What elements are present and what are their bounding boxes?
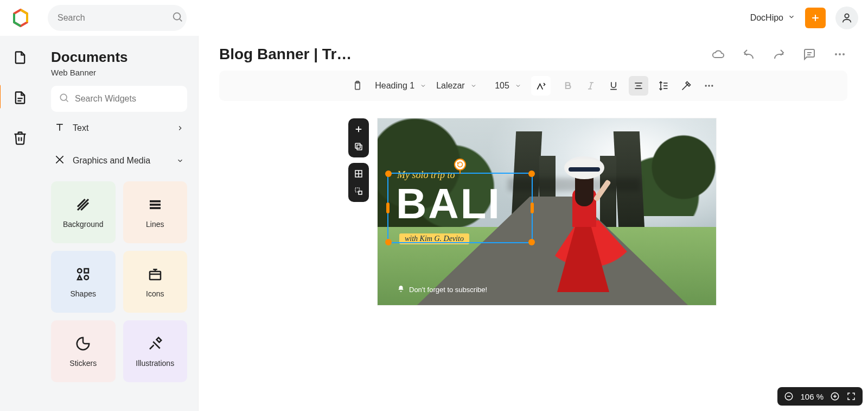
page-tools-add	[348, 118, 369, 157]
global-search-input[interactable]	[58, 13, 166, 23]
comments-button[interactable]	[802, 47, 817, 62]
tile-shapes-label: Shapes	[71, 289, 96, 298]
group-graphics[interactable]: Graphics and Media	[51, 144, 187, 177]
svg-point-0	[174, 13, 181, 20]
resize-handle-tl[interactable]	[385, 170, 392, 177]
svg-point-7	[60, 94, 67, 100]
resize-handle-bl[interactable]	[385, 239, 392, 245]
duplicate-page-button[interactable]	[351, 139, 366, 154]
canvas-subscribe-row[interactable]: Don't forget to subscribe!	[397, 285, 487, 294]
widget-search-input[interactable]	[75, 94, 183, 104]
add-page-button[interactable]	[351, 122, 366, 137]
app-logo[interactable]	[10, 7, 31, 29]
font-select[interactable]: Lalezar	[436, 81, 485, 91]
selection-view-button[interactable]	[351, 184, 366, 199]
svg-point-20	[85, 275, 89, 280]
illustrations-icon	[147, 336, 163, 353]
workspace-switcher[interactable]: DocHipo	[750, 13, 795, 23]
shapes-icon	[75, 266, 91, 284]
create-button[interactable]	[805, 8, 826, 28]
rail-trash[interactable]	[12, 128, 28, 150]
tile-background-label: Background	[63, 220, 104, 229]
zoom-in-button[interactable]	[830, 391, 840, 401]
icons-icon	[147, 266, 163, 284]
svg-line-1	[180, 19, 182, 21]
search-icon	[59, 92, 69, 105]
chevron-right-icon	[176, 124, 184, 132]
zoom-value: 106 %	[800, 392, 824, 401]
heading-value: Heading 1	[375, 81, 414, 91]
resize-handle-tr[interactable]	[528, 170, 535, 177]
svg-point-39	[705, 85, 706, 86]
heading-select[interactable]: Heading 1	[375, 81, 426, 91]
document-title[interactable]: Blog Banner | Tr…	[219, 46, 352, 63]
svg-point-4	[845, 14, 848, 18]
tile-background[interactable]: Background	[51, 181, 116, 243]
font-value: Lalezar	[436, 81, 464, 91]
more-text-options[interactable]	[701, 78, 717, 93]
italic-button[interactable]	[583, 78, 598, 93]
lines-icon	[147, 197, 163, 214]
svg-point-26	[843, 53, 845, 55]
page-tools-view	[348, 163, 369, 202]
fontsize-value: 105	[495, 81, 509, 91]
tile-illustrations[interactable]: Illustrations	[123, 320, 188, 382]
svg-rect-21	[150, 271, 161, 280]
underline-button[interactable]	[606, 78, 621, 93]
widget-search[interactable]	[51, 86, 187, 112]
tile-icons[interactable]: Icons	[123, 251, 188, 313]
panel-subtitle: Web Banner	[51, 68, 187, 77]
zoom-controls: 106 %	[777, 387, 863, 406]
resize-handle-ml[interactable]	[386, 203, 390, 213]
tile-stickers[interactable]: Stickers	[51, 320, 116, 382]
canvas-bg-woman	[526, 156, 624, 303]
text-icon	[54, 122, 65, 135]
more-menu-button[interactable]	[832, 47, 847, 62]
tile-icons-label: Icons	[146, 289, 164, 298]
svg-point-40	[708, 85, 710, 86]
rotate-handle[interactable]	[454, 159, 466, 170]
effects-button[interactable]	[679, 78, 694, 93]
fullscreen-button[interactable]	[846, 391, 856, 401]
fontsize-select[interactable]: 105	[495, 81, 521, 91]
svg-point-17	[78, 269, 82, 273]
selection-box[interactable]	[387, 173, 533, 243]
grid-view-button[interactable]	[351, 166, 366, 181]
svg-point-24	[835, 53, 837, 55]
resize-handle-br[interactable]	[528, 239, 535, 245]
redo-button[interactable]	[771, 47, 787, 62]
lineheight-button[interactable]	[656, 78, 671, 93]
undo-button[interactable]	[741, 47, 756, 62]
search-icon	[171, 11, 183, 25]
svg-rect-18	[85, 269, 89, 273]
svg-rect-44	[357, 145, 362, 150]
align-button[interactable]	[629, 76, 648, 96]
textcolor-button[interactable]	[531, 76, 551, 96]
tile-lines[interactable]: Lines	[123, 181, 188, 243]
svg-point-41	[711, 85, 713, 86]
cloud-sync-icon[interactable]	[711, 47, 726, 62]
background-icon	[75, 197, 91, 214]
canvas-bg-trees-right	[635, 118, 716, 216]
chevron-down-icon	[176, 157, 184, 165]
account-button[interactable]	[835, 7, 858, 29]
group-graphics-label: Graphics and Media	[73, 156, 150, 166]
svg-point-25	[839, 53, 841, 55]
design-canvas[interactable]: My solo trip to BALI with Kim G. Devito …	[378, 118, 716, 305]
rail-new-document[interactable]	[12, 48, 28, 69]
group-text[interactable]: Text	[51, 112, 187, 144]
group-text-label: Text	[73, 123, 88, 133]
svg-rect-45	[355, 143, 360, 148]
panel-title: Documents	[51, 49, 187, 66]
tile-illustrations-label: Illustrations	[136, 359, 174, 368]
clipboard-icon[interactable]	[350, 78, 365, 93]
zoom-out-button[interactable]	[784, 391, 794, 401]
bold-button[interactable]	[560, 78, 576, 93]
global-search[interactable]	[48, 5, 187, 31]
resize-handle-mr[interactable]	[531, 203, 534, 213]
svg-marker-19	[78, 275, 82, 280]
chevron-down-icon	[788, 13, 795, 23]
tile-stickers-label: Stickers	[69, 359, 97, 368]
tile-shapes[interactable]: Shapes	[51, 251, 116, 313]
rail-documents[interactable]	[12, 88, 28, 110]
